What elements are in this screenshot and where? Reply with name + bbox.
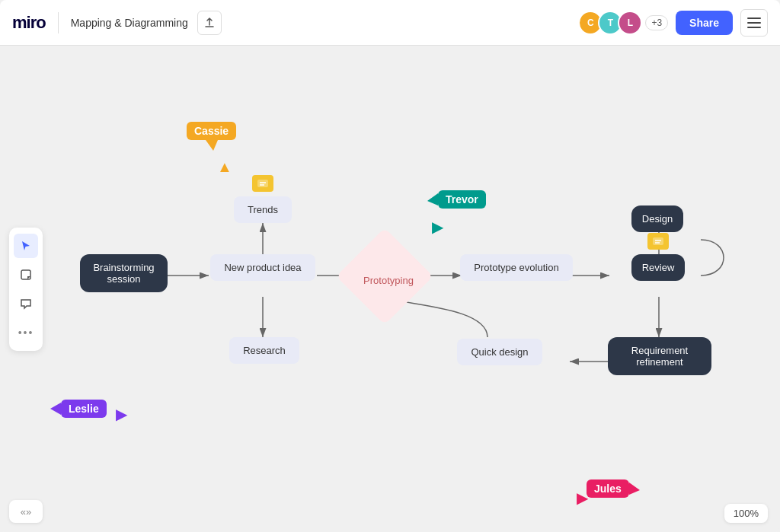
- brainstorming-label: Brainstorming session: [80, 254, 168, 292]
- avatar-group: C T L +3: [578, 11, 668, 35]
- svg-rect-13: [257, 180, 268, 187]
- comment-tool[interactable]: [14, 291, 38, 316]
- leslie-cursor-arrow: ▶: [116, 405, 127, 423]
- trends-node[interactable]: Trends: [225, 196, 301, 223]
- svg-rect-16: [653, 237, 663, 245]
- brainstorming-node[interactable]: Brainstorming session: [80, 254, 168, 292]
- prototyping-node[interactable]: Prototyping: [350, 242, 427, 318]
- review-label: Review: [631, 254, 686, 281]
- quick-design-label: Quick design: [457, 339, 542, 365]
- expand-button[interactable]: «»: [9, 500, 43, 523]
- cursor-cassie: Cassie: [187, 122, 236, 140]
- requirement-refinement-node[interactable]: Requirement refinement: [608, 337, 711, 375]
- left-toolbar: •••: [9, 228, 43, 351]
- trevor-cursor-arrow: ▶: [432, 218, 443, 236]
- svg-rect-1: [747, 22, 761, 24]
- zoom-indicator: 100%: [724, 504, 768, 523]
- share-button[interactable]: Share: [676, 11, 733, 35]
- header-right: C T L +3 Share: [578, 9, 768, 37]
- svg-rect-0: [747, 18, 761, 19]
- svg-rect-2: [747, 27, 761, 28]
- design-label: Design: [631, 205, 683, 232]
- board-title: Mapping & Diagramming: [71, 17, 188, 29]
- miro-logo: miro: [12, 13, 46, 33]
- avatar-leslie: L: [618, 11, 642, 35]
- header: miro Mapping & Diagramming C T L +3 Shar…: [0, 0, 780, 46]
- new-product-label: New product idea: [210, 254, 315, 281]
- more-tools-button[interactable]: •••: [14, 320, 38, 345]
- cursor-jules: Jules: [587, 479, 629, 498]
- new-product-node[interactable]: New product idea: [209, 254, 316, 281]
- cursor-leslie: Leslie: [61, 400, 107, 418]
- review-node[interactable]: Review: [609, 254, 707, 281]
- jules-cursor-arrow: ▶: [577, 489, 588, 507]
- research-node[interactable]: Research: [215, 337, 314, 364]
- sticky-note-tool[interactable]: [14, 263, 38, 287]
- cursor-trevor: Trevor: [438, 190, 486, 209]
- svg-rect-19: [21, 270, 30, 279]
- research-label: Research: [229, 337, 299, 364]
- trends-comment-icon: [252, 175, 273, 192]
- menu-button[interactable]: [740, 9, 768, 37]
- prototype-evolution-node[interactable]: Prototype evolution: [460, 254, 573, 281]
- review-comment-icon: [647, 233, 669, 250]
- cursor-tool[interactable]: [14, 234, 38, 258]
- upload-button[interactable]: [197, 11, 222, 35]
- header-divider: [58, 12, 59, 33]
- canvas[interactable]: Brainstorming session Trends New product…: [0, 46, 780, 532]
- prototype-evolution-label: Prototype evolution: [460, 254, 572, 281]
- requirement-refinement-label: Requirement refinement: [608, 337, 711, 375]
- trends-label: Trends: [234, 196, 292, 223]
- cassie-cursor-arrow: ▲: [217, 158, 232, 176]
- quick-design-node[interactable]: Quick design: [450, 339, 549, 365]
- extra-users-badge: +3: [645, 15, 668, 30]
- design-node[interactable]: Design: [608, 205, 707, 232]
- prototyping-label: Prototyping: [363, 275, 414, 286]
